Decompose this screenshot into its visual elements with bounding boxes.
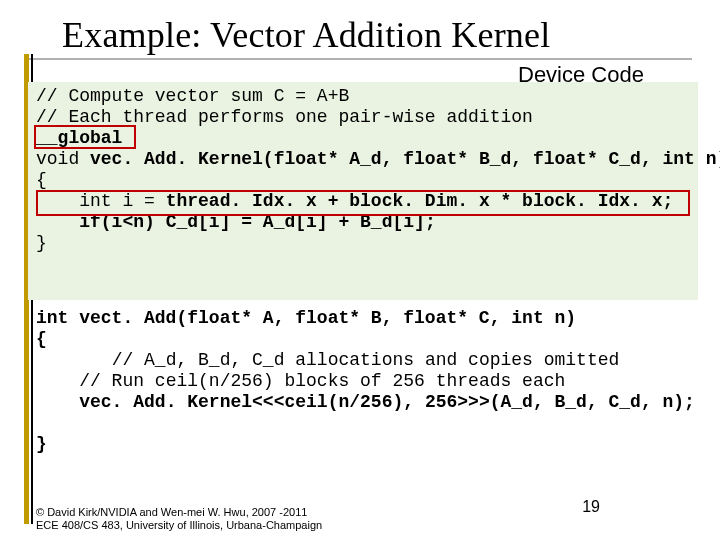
- footer-line: ECE 408/CS 483, University of Illinois, …: [36, 519, 322, 532]
- code-comment: // Run ceil(n/256) blocks of 256 threads…: [79, 371, 565, 391]
- code-comment: // A_d, B_d, C_d allocations and copies …: [112, 350, 620, 370]
- code-text: [36, 371, 79, 391]
- code-comment: // Compute vector sum C = A+B: [36, 86, 349, 106]
- brace: }: [36, 233, 47, 253]
- footer-attribution: © David Kirk/NVIDIA and Wen-mei W. Hwu, …: [36, 506, 322, 532]
- host-code-block: int vect. Add(float* A, float* B, float*…: [36, 308, 706, 455]
- title-underline: [28, 58, 692, 61]
- brace: {: [36, 170, 47, 190]
- brace: {: [36, 329, 47, 349]
- kernel-launch: vec. Add. Kernel<<<ceil(n/256), 256>>>(A…: [79, 392, 695, 412]
- brace: }: [36, 434, 47, 454]
- footer-line: © David Kirk/NVIDIA and Wen-mei W. Hwu, …: [36, 506, 322, 519]
- slide-title: Example: Vector Addition Kernel: [62, 14, 550, 56]
- code-text: void: [36, 149, 90, 169]
- kernel-signature: vec. Add. Kernel(float* A_d, float* B_d,…: [90, 149, 720, 169]
- code-comment: // Each thread performs one pair-wise ad…: [36, 107, 533, 127]
- device-code-block: // Compute vector sum C = A+B // Each th…: [36, 86, 706, 254]
- host-signature: int vect. Add(float* A, float* B, float*…: [36, 308, 576, 328]
- slide: Example: Vector Addition Kernel Device C…: [0, 0, 720, 540]
- highlight-box-global: [34, 125, 136, 149]
- code-text: [36, 392, 79, 412]
- code-text: [36, 350, 112, 370]
- highlight-box-index: [36, 190, 690, 216]
- page-number: 19: [582, 498, 600, 516]
